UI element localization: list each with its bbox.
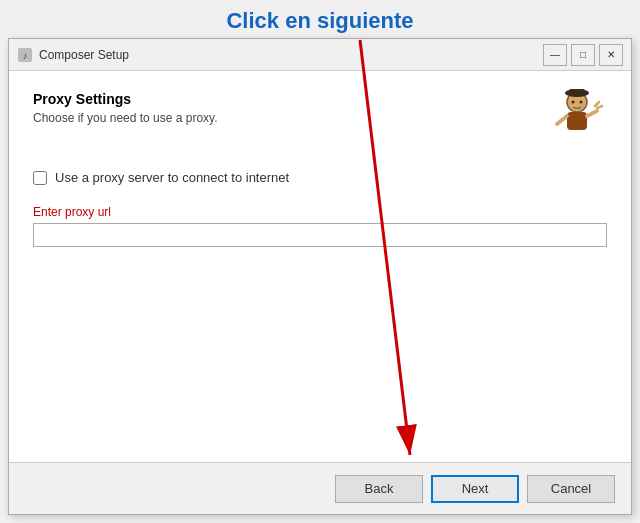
back-button[interactable]: Back [335, 475, 423, 503]
proxy-checkbox-label: Use a proxy server to connect to interne… [55, 170, 289, 185]
maximize-button[interactable]: □ [571, 44, 595, 66]
composer-logo [547, 86, 607, 146]
svg-line-13 [597, 106, 602, 108]
window-controls: — □ ✕ [543, 44, 623, 66]
cancel-button[interactable]: Cancel [527, 475, 615, 503]
svg-point-7 [572, 101, 575, 104]
window-icon: ♪ [17, 47, 33, 63]
svg-line-10 [557, 116, 567, 124]
header-text: Proxy Settings Choose if you need to use… [33, 91, 547, 125]
svg-rect-6 [569, 89, 585, 96]
svg-point-8 [580, 101, 583, 104]
svg-text:♪: ♪ [23, 51, 28, 61]
next-button[interactable]: Next [431, 475, 519, 503]
proxy-url-label: Enter proxy url [33, 205, 607, 219]
composer-setup-window: ♪ Composer Setup — □ ✕ Proxy Settings Ch… [8, 38, 632, 515]
section-subtitle: Choose if you need to use a proxy. [33, 111, 547, 125]
svg-rect-9 [567, 112, 587, 130]
close-button[interactable]: ✕ [599, 44, 623, 66]
footer: Back Next Cancel [9, 462, 631, 514]
proxy-url-input[interactable] [33, 223, 607, 247]
content-area: Proxy Settings Choose if you need to use… [9, 71, 631, 462]
minimize-button[interactable]: — [543, 44, 567, 66]
svg-line-11 [587, 111, 597, 116]
window-title: Composer Setup [39, 48, 543, 62]
proxy-checkbox-row[interactable]: Use a proxy server to connect to interne… [33, 170, 607, 185]
section-title: Proxy Settings [33, 91, 547, 107]
title-bar: ♪ Composer Setup — □ ✕ [9, 39, 631, 71]
proxy-checkbox[interactable] [33, 171, 47, 185]
svg-line-12 [595, 102, 599, 106]
header-row: Proxy Settings Choose if you need to use… [33, 91, 607, 146]
annotation-text: Click en siguiente [0, 8, 640, 34]
